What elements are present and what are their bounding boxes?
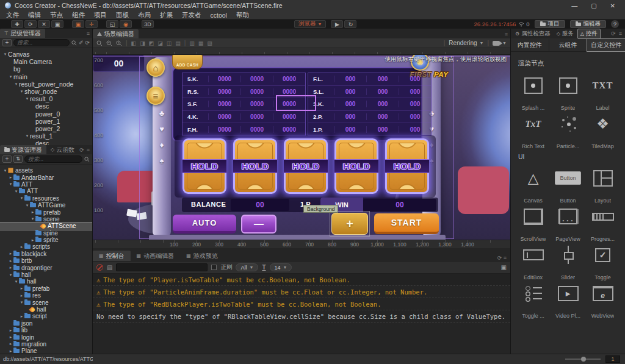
- zoom-out-icon[interactable]: [116, 40, 122, 46]
- widget-Toggle ...[interactable]: Toggle ...: [516, 280, 551, 319]
- subtab-内置控件[interactable]: 内置控件: [511, 39, 549, 51]
- widget-ScrollView[interactable]: ScrollView: [516, 204, 551, 242]
- align-hcenter-icon[interactable]: ◫: [167, 40, 172, 46]
- tree-item-ATT[interactable]: ▾ATT: [0, 188, 92, 194]
- pivot-toggle-button[interactable]: ▣: [72, 20, 84, 28]
- scale-tool-button[interactable]: ✕: [38, 20, 50, 28]
- rendering-dropdown[interactable]: Rendering▼: [449, 40, 483, 46]
- tree-item-scripts[interactable]: ▸scripts: [0, 243, 92, 250]
- tab-属性检查器[interactable]: ⚙属性检查器: [513, 29, 553, 38]
- tree-item-login[interactable]: ▸login: [0, 334, 92, 340]
- menu-开发者[interactable]: 开发者: [182, 11, 201, 20]
- scene-viewport[interactable]: ♣♥♦♠ ♣♥♦♠ ⌂ ≡ ADD CASH ◉ FIRST PAY 5.K.0…: [93, 55, 510, 248]
- regex-checkbox[interactable]: [211, 265, 217, 270]
- zoom-fit-icon[interactable]: [96, 40, 103, 46]
- menu-布局[interactable]: 布局: [138, 11, 151, 20]
- widget-Particle...[interactable]: Particle...: [551, 111, 585, 149]
- auto-button[interactable]: AUTO: [173, 215, 236, 234]
- tab-hierarchy[interactable]: ⊤ 层级管理器: [0, 29, 45, 38]
- expand-arrow-icon[interactable]: ▾: [2, 168, 8, 173]
- expand-arrow-icon[interactable]: ▸: [8, 259, 13, 263]
- tree-item-show_node[interactable]: ▾show_node: [0, 88, 92, 95]
- widget-zoom-slider[interactable]: [565, 359, 601, 360]
- expand-arrow-icon[interactable]: ▾: [2, 52, 8, 57]
- expand-arrow-icon[interactable]: ▸: [30, 210, 35, 215]
- preview-target-dropdown[interactable]: 浏览器▼: [294, 20, 326, 28]
- widget-Sprite[interactable]: Sprite: [551, 73, 585, 111]
- expand-arrow-icon[interactable]: ▸: [30, 238, 35, 243]
- distribute-grid-icon[interactable]: ▧: [207, 40, 212, 46]
- tree-item-assets[interactable]: ▾assets: [0, 167, 92, 174]
- sort-assets-button[interactable]: ⇅: [13, 155, 23, 163]
- hold-card-4[interactable]: HOLD: [334, 138, 378, 194]
- menu-面板[interactable]: 面板: [116, 11, 129, 20]
- close-button[interactable]: ✕: [610, 2, 615, 9]
- add-cash-button[interactable]: ADD CASH: [172, 55, 203, 70]
- tree-item-scene[interactable]: ▾scene: [0, 216, 92, 223]
- expand-arrow-icon[interactable]: ▾: [19, 89, 24, 94]
- tab-游戏预览[interactable]: ▦游戏预览: [180, 251, 224, 261]
- expand-arrow-icon[interactable]: ▾: [24, 96, 30, 101]
- expand-arrow-icon[interactable]: ▾: [13, 279, 19, 284]
- widget-Canvas[interactable]: △Canvas: [516, 165, 551, 204]
- search-icon[interactable]: [71, 40, 77, 46]
- widget-Splash ...[interactable]: Splash ...: [516, 73, 551, 111]
- widget-PageView[interactable]: PageView: [551, 204, 585, 242]
- clear-console-icon[interactable]: [96, 264, 103, 271]
- tree-item-sprite[interactable]: ▸sprite: [0, 237, 92, 243]
- tree-item-AndarBahar[interactable]: ▸AndarBahar: [0, 174, 92, 180]
- camera-view-dropdown[interactable]: ▼: [493, 41, 507, 46]
- tree-item-brtb[interactable]: ▸brtb: [0, 257, 92, 264]
- bet-minus-button[interactable]: —: [241, 215, 276, 234]
- tree-item-power_2[interactable]: power_2: [0, 125, 92, 132]
- home-button[interactable]: ⌂: [146, 59, 165, 77]
- menu-文件[interactable]: 文件: [6, 11, 19, 20]
- create-asset-button[interactable]: +: [2, 155, 12, 163]
- tree-item-scene[interactable]: ▾scene: [0, 299, 92, 305]
- tab-assets[interactable]: 资源管理器: [0, 145, 46, 154]
- expand-arrow-icon[interactable]: ▸: [19, 286, 24, 291]
- console-filter-input[interactable]: [116, 263, 208, 271]
- distribute-v-icon[interactable]: ▦: [198, 40, 204, 46]
- tree-item-lib[interactable]: ▸lib: [0, 327, 92, 334]
- expand-arrow-icon[interactable]: ▸: [8, 328, 13, 333]
- tree-item-Canvas[interactable]: ▾Canvas: [0, 51, 92, 58]
- expand-arrow-icon[interactable]: ▸: [19, 314, 24, 319]
- refresh-icon[interactable]: ⟳: [79, 147, 84, 153]
- tree-item-main[interactable]: ▾main: [0, 73, 92, 80]
- expand-arrow-icon[interactable]: ▸: [8, 349, 13, 353]
- console-panel-icons[interactable]: ⟳ ≡: [494, 255, 510, 261]
- subtab-云组件[interactable]: 云组件: [549, 39, 588, 51]
- widget-Slider[interactable]: Slider: [551, 242, 585, 280]
- tree-item-resources[interactable]: ▾resources: [0, 195, 92, 202]
- expand-arrow-icon[interactable]: ▾: [30, 216, 35, 221]
- assets-search-input[interactable]: [28, 156, 79, 162]
- menu-cctool[interactable]: cctool: [211, 12, 227, 19]
- tree-item-spine[interactable]: spine: [0, 230, 92, 237]
- expand-arrow-icon[interactable]: ▸: [8, 335, 13, 340]
- search-icon[interactable]: [84, 157, 90, 162]
- refresh-icon[interactable]: ⟳: [85, 40, 90, 46]
- tree-item-hall[interactable]: ▾hall: [0, 278, 92, 285]
- menu-帮助[interactable]: 帮助: [236, 11, 249, 20]
- align-right-icon[interactable]: ▤: [175, 40, 181, 46]
- tree-item-blackjack[interactable]: ▸blackjack: [0, 251, 92, 257]
- expand-arrow-icon[interactable]: ▾: [24, 203, 30, 208]
- expand-arrow-icon[interactable]: ▾: [8, 182, 13, 187]
- anchor-toggle-button[interactable]: ✛: [85, 20, 98, 28]
- open-editor-button[interactable]: 编辑器: [570, 20, 607, 28]
- menu-项目[interactable]: 项目: [94, 11, 107, 20]
- 3d-mode-button[interactable]: 3D: [142, 20, 154, 28]
- expand-arrow-icon[interactable]: ▸: [19, 293, 24, 298]
- rotate-tool-button[interactable]: ⟳: [24, 20, 37, 28]
- start-button[interactable]: START: [374, 213, 439, 234]
- log-level-dropdown[interactable]: All▼: [236, 263, 258, 271]
- tree-item-ATTScene[interactable]: ATTScene: [0, 223, 92, 229]
- widget-WebView[interactable]: eWebView: [585, 280, 620, 319]
- panel-menu-icon[interactable]: ≡: [87, 147, 90, 153]
- tree-item-power_1[interactable]: power_1: [0, 118, 92, 125]
- widget-Label[interactable]: TXTLabel: [585, 73, 620, 111]
- align-vcenter-icon[interactable]: ◨: [140, 40, 145, 46]
- expand-arrow-icon[interactable]: ▾: [13, 82, 19, 87]
- expand-arrow-icon[interactable]: ▾: [8, 273, 13, 277]
